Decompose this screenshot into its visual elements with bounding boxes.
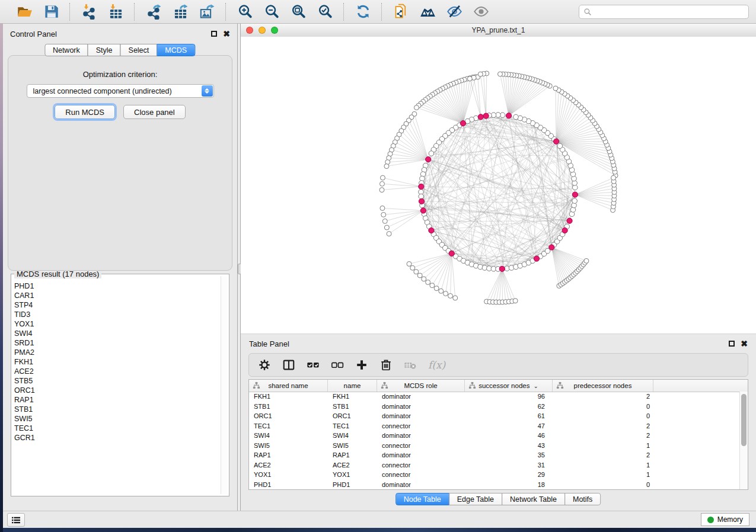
- dropdown-stepper-icon: [202, 85, 213, 97]
- floppy-icon: [43, 4, 59, 20]
- image-export-icon: [199, 4, 215, 20]
- import-table-button[interactable]: [105, 2, 126, 22]
- table-row[interactable]: YOX1YOX1connector291: [249, 470, 740, 480]
- split-panel-button[interactable]: [282, 356, 295, 374]
- show-hide-graphics-details-button[interactable]: [470, 2, 492, 22]
- close-panel-icon[interactable]: ✖: [223, 31, 230, 37]
- table-row[interactable]: PHD1PHD1dominator180: [249, 480, 740, 490]
- maximize-window-button[interactable]: [271, 27, 278, 34]
- search-input[interactable]: [595, 7, 744, 17]
- mcds-result-item[interactable]: STB1: [14, 405, 219, 414]
- mcds-result-item[interactable]: YOX1: [14, 319, 219, 329]
- export-image-button[interactable]: [196, 2, 218, 22]
- close-window-button[interactable]: [246, 27, 253, 34]
- table-row[interactable]: TEC1TEC1connector472: [249, 421, 740, 431]
- network-file-button[interactable]: [390, 2, 412, 22]
- search-all-networks-button[interactable]: [417, 2, 438, 22]
- table-row[interactable]: ORC1ORC1dominator610: [249, 411, 740, 421]
- table-row[interactable]: SWI5SWI5connector431: [249, 441, 740, 451]
- column-header-name[interactable]: name: [328, 380, 377, 392]
- column-header-predecessor-nodes[interactable]: predecessor nodes: [553, 380, 653, 392]
- run-mcds-button[interactable]: Run MCDS: [55, 105, 115, 119]
- column-header-filler: [653, 380, 748, 392]
- tab-mcds[interactable]: MCDS: [157, 44, 195, 56]
- network-graph[interactable]: [241, 37, 756, 333]
- deselect-all-rows-button[interactable]: [331, 356, 344, 374]
- export-network-button[interactable]: [143, 2, 164, 22]
- table-row[interactable]: FKH1FKH1dominator962: [249, 392, 740, 402]
- mcds-result-item[interactable]: ACE2: [14, 367, 219, 376]
- share-export-icon: [146, 4, 162, 20]
- table-row[interactable]: SWI4SWI4dominator462: [249, 431, 740, 441]
- column-header-MCDS-role[interactable]: MCDS role: [377, 380, 465, 392]
- open-file-button[interactable]: [14, 2, 35, 22]
- tab-edge-table[interactable]: Edge Table: [449, 493, 502, 505]
- function-builder-button: f(x): [428, 356, 445, 374]
- save-session-button[interactable]: [40, 2, 62, 22]
- table-scrollbar-thumb[interactable]: [741, 394, 747, 446]
- import-network-button[interactable]: [78, 2, 100, 22]
- minimize-window-button[interactable]: [259, 27, 266, 34]
- column-settings-button[interactable]: [258, 356, 271, 374]
- sort-descending-icon: ⌄: [533, 383, 538, 389]
- folder-icon: [17, 4, 33, 20]
- export-table-button[interactable]: [170, 2, 191, 22]
- mcds-result-item[interactable]: PMA2: [14, 348, 219, 357]
- zoom-in-button[interactable]: [234, 2, 256, 22]
- tab-node-table[interactable]: Node Table: [395, 493, 449, 505]
- control-panel: Control Panel ✖ NetworkStyleSelectMCDS O…: [3, 24, 238, 511]
- refresh-view-button[interactable]: [352, 2, 374, 22]
- network-list-button[interactable]: [7, 513, 25, 527]
- table-row[interactable]: STB1STB1dominator620: [249, 402, 740, 412]
- close-table-panel-icon[interactable]: ✖: [741, 341, 748, 347]
- table-row[interactable]: ACE2ACE2connector311: [249, 460, 740, 470]
- mcds-result-item[interactable]: GCR1: [14, 433, 219, 443]
- search-icon: [583, 8, 592, 16]
- close-panel-button[interactable]: Close panel: [123, 105, 186, 119]
- table-header-row: shared namenameMCDS rolesuccessor nodes⌄…: [249, 380, 748, 392]
- toggle-graphics-details-button[interactable]: [444, 2, 465, 22]
- column-header-shared-name[interactable]: shared name: [249, 380, 328, 392]
- tab-select[interactable]: Select: [120, 44, 158, 56]
- zoom-fit-button[interactable]: [288, 2, 309, 22]
- tab-motifs[interactable]: Motifs: [564, 493, 601, 505]
- tab-network[interactable]: Network: [44, 44, 88, 56]
- mcds-result-item[interactable]: STP4: [14, 300, 219, 310]
- add-column-button[interactable]: [355, 356, 368, 374]
- mcds-result-item[interactable]: PHD1: [14, 281, 219, 291]
- network-canvas[interactable]: [241, 37, 756, 334]
- magnifier-plus-icon: [237, 4, 253, 20]
- mcds-result-item[interactable]: SWI5: [14, 414, 219, 424]
- float-panel-button[interactable]: [211, 31, 217, 37]
- mcds-result-item[interactable]: SRD1: [14, 338, 219, 348]
- mcds-result-item[interactable]: TID3: [14, 310, 219, 319]
- zoom-out-button[interactable]: [261, 2, 282, 22]
- memory-button[interactable]: Memory: [701, 513, 749, 526]
- zoom-selected-button[interactable]: [314, 2, 336, 22]
- table-scrollbar[interactable]: [739, 392, 748, 489]
- column-header-successor-nodes[interactable]: successor nodes⌄: [465, 380, 553, 392]
- select-all-rows-button[interactable]: [307, 356, 320, 374]
- mcds-result-item[interactable]: TEC1: [14, 424, 219, 433]
- criterion-dropdown[interactable]: largest connected component (undirected): [27, 84, 214, 98]
- tab-style[interactable]: Style: [88, 44, 121, 56]
- table-cell: 1: [553, 462, 653, 469]
- mcds-result-item[interactable]: FKH1: [14, 357, 219, 367]
- mcds-result-item[interactable]: RAP1: [14, 395, 219, 405]
- column-label: MCDS role: [404, 382, 437, 389]
- mcds-list-scrollbar[interactable]: [221, 276, 228, 494]
- table-cell: SWI4: [249, 432, 328, 439]
- table-import-icon: [108, 4, 124, 20]
- table-cell: 31: [465, 462, 553, 469]
- tab-network-table[interactable]: Network Table: [502, 493, 565, 505]
- delete-column-button[interactable]: [379, 356, 393, 374]
- mcds-result-item[interactable]: SWI4: [14, 329, 219, 338]
- search-box[interactable]: [579, 5, 749, 19]
- control-panel-header: Control Panel ✖: [3, 24, 237, 40]
- mcds-result-item[interactable]: ORC1: [14, 386, 219, 395]
- mcds-result-item[interactable]: CAR1: [14, 291, 219, 300]
- mcds-result-item[interactable]: STB5: [14, 376, 219, 386]
- table-cell: 35: [465, 451, 553, 459]
- float-table-panel-button[interactable]: [729, 341, 735, 347]
- table-row[interactable]: RAP1RAP1dominator352: [249, 450, 740, 460]
